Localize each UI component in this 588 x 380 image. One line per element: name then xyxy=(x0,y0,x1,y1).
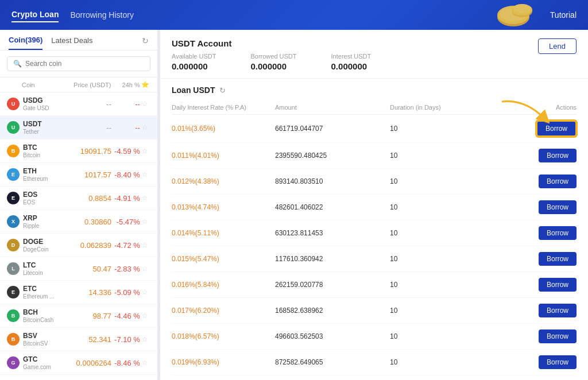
coin-star-icon[interactable]: ☆ xyxy=(140,359,150,367)
coin-list-item[interactable]: X XRP Ripple 0.30860 -5.47% ☆ xyxy=(0,210,157,234)
borrow-button[interactable]: Borrow xyxy=(539,355,577,369)
coin-avatar: B xyxy=(7,309,20,322)
coin-info: USDG Gate USD xyxy=(23,96,70,111)
coin-list-item[interactable]: U USDT Tether -- -- ☆ xyxy=(0,116,157,139)
loan-amount: 482601.406022 xyxy=(275,195,390,220)
loan-amount: 168582.638962 xyxy=(275,298,390,324)
coin-list-item[interactable]: E ETH Ethereum 1017.57 -8.40 % ☆ xyxy=(0,163,157,187)
search-input[interactable] xyxy=(25,60,144,68)
coin-list-header: Coin Price (USDT) 24h % ⭐ xyxy=(0,77,157,92)
borrow-button[interactable]: Borrow xyxy=(539,304,577,317)
loan-actions: Borrow xyxy=(493,115,577,143)
borrow-button[interactable]: Borrow xyxy=(539,226,577,240)
coin-avatar: L xyxy=(7,262,20,275)
main-navigation: Crypto Loan Borrowing History xyxy=(11,7,134,22)
borrow-button[interactable]: Borrow xyxy=(539,200,577,214)
account-section: USDT Account Available USDT 0.000000 Bor… xyxy=(160,30,588,79)
loan-rate: 0.017%(6.20%) xyxy=(172,298,275,324)
coin-price: -- xyxy=(70,100,111,108)
col-header-amount: Amount xyxy=(275,100,390,115)
coin-list-item[interactable]: B BCH BitcoinCash 98.77 -4.46 % ☆ xyxy=(0,304,157,328)
col-header-rate: Daily Interest Rate (% P.A) xyxy=(172,100,275,115)
account-info: USDT Account Available USDT 0.000000 Bor… xyxy=(172,38,371,71)
loan-duration: 10 xyxy=(390,220,493,246)
nav-crypto-loan[interactable]: Crypto Loan xyxy=(11,7,59,22)
coin-list-item[interactable]: B BTC Bitcoin 19091.75 -4.59 % ☆ xyxy=(0,139,157,163)
coin-avatar: B xyxy=(7,145,20,157)
loan-actions: Borrow xyxy=(493,272,577,298)
lend-button[interactable]: Lend xyxy=(538,38,577,54)
coin-star-icon[interactable]: ☆ xyxy=(140,265,150,273)
coin-change: -8.46 % xyxy=(111,359,140,367)
coin-list-item[interactable]: B BSV BitcoinSV 52.341 -7.10 % ☆ xyxy=(0,328,157,351)
borrow-button[interactable]: Borrow xyxy=(539,252,577,266)
loan-rate: 0.016%(5.84%) xyxy=(172,272,275,298)
tab-latest-deals[interactable]: Latest Deals xyxy=(51,36,92,49)
coin-symbol: DOGE xyxy=(23,238,70,246)
refresh-icon[interactable]: ↻ xyxy=(142,36,149,50)
coin-list-item[interactable]: D DOGE DogeCoin 0.062839 -4.72 % ☆ xyxy=(0,234,157,257)
loan-table-row: 0.016%(5.84%) 262159.020778 10 Borrow xyxy=(172,272,577,298)
tab-coin[interactable]: Coin(396) xyxy=(9,36,42,50)
coin-change: -- xyxy=(111,123,140,132)
coin-list-item[interactable]: E EOS EOS 0.8854 -4.91 % ☆ xyxy=(0,187,157,210)
coin-star-icon[interactable]: ☆ xyxy=(140,335,150,343)
coin-list-item[interactable]: L LTC Litecoin 50.47 -2.83 % ☆ xyxy=(0,257,157,281)
borrow-button[interactable]: Borrow xyxy=(536,121,577,137)
stat-label: Available USDT xyxy=(172,53,216,60)
coin-change: -4.91 % xyxy=(111,194,140,203)
loan-table-row: 0.011%(4.01%) 2395590.480425 10 Borrow xyxy=(172,143,577,169)
coin-list: U USDG Gate USD -- -- ☆ U USDT Tether --… xyxy=(0,92,157,380)
loan-duration: 10 xyxy=(390,195,493,220)
coin-star-icon[interactable]: ☆ xyxy=(140,170,150,179)
loan-header: Loan USDT ↻ xyxy=(172,86,577,95)
coin-symbol: ETC xyxy=(23,285,70,293)
loan-amount: 661719.044707 xyxy=(275,115,390,143)
coin-symbol: EOS xyxy=(23,191,70,199)
col-header-actions: Actions xyxy=(493,100,577,115)
loan-section: Loan USDT ↻ Daily Interest Rate xyxy=(160,79,588,375)
loan-table-row: 0.018%(6.57%) 496603.562503 10 Borrow xyxy=(172,324,577,350)
loan-rate: 0.015%(5.47%) xyxy=(172,246,275,272)
coin-change: -4.72 % xyxy=(111,241,140,250)
coin-star-icon[interactable]: ☆ xyxy=(140,100,150,108)
borrow-button[interactable]: Borrow xyxy=(539,329,577,343)
loan-table-row: 0.019%(6.93%) 872582.649065 10 Borrow xyxy=(172,350,577,375)
nav-borrowing-history[interactable]: Borrowing History xyxy=(70,8,133,22)
coin-name: Game.com xyxy=(23,364,70,370)
coin-change: -4.59 % xyxy=(111,147,140,156)
coin-price: -- xyxy=(70,123,111,132)
loan-rate: 0.012%(4.38%) xyxy=(172,169,275,195)
coin-list-item[interactable]: E ETC Ethereum ... 14.336 -5.09 % ☆ xyxy=(0,281,157,304)
coin-star-icon[interactable]: ☆ xyxy=(140,241,150,249)
coin-star-icon[interactable]: ☆ xyxy=(140,218,150,226)
loan-refresh-icon[interactable]: ↻ xyxy=(219,86,226,95)
coin-star-icon[interactable]: ☆ xyxy=(140,123,150,131)
loan-table-row: 0.017%(6.20%) 168582.638962 10 Borrow xyxy=(172,298,577,324)
loan-table-row: 0.01%(3.65%) 661719.044707 10 Borrow xyxy=(172,115,577,143)
coin-change: -5.47% xyxy=(111,218,140,226)
loan-rate: 0.011%(4.01%) xyxy=(172,143,275,169)
coin-star-icon[interactable]: ☆ xyxy=(140,194,150,202)
stat-label: Interest USDT xyxy=(331,53,372,60)
borrow-button[interactable]: Borrow xyxy=(539,149,577,162)
coin-list-item[interactable]: G GTC Game.com 0.0006264 -8.46 % ☆ xyxy=(0,351,157,375)
borrow-button[interactable]: Borrow xyxy=(539,175,577,188)
coin-info: DOGE DogeCoin xyxy=(23,238,70,253)
coin-name: DogeCoin xyxy=(23,246,70,253)
coin-avatar: X xyxy=(7,215,20,228)
coin-symbol: LTC xyxy=(23,261,70,269)
loan-table-row: 0.015%(5.47%) 117610.360942 10 Borrow xyxy=(172,246,577,272)
coin-list-item[interactable]: U USDG Gate USD -- -- ☆ xyxy=(0,92,157,116)
loan-table-row: 0.012%(4.38%) 893140.803510 10 Borrow xyxy=(172,169,577,195)
loan-rate: 0.014%(5.11%) xyxy=(172,220,275,246)
loan-amount: 2395590.480425 xyxy=(275,143,390,169)
account-title: USDT Account xyxy=(172,38,371,48)
coin-info: ETH Ethereum xyxy=(23,167,70,182)
coin-star-icon[interactable]: ☆ xyxy=(140,147,150,155)
coin-price: 1017.57 xyxy=(70,170,111,179)
borrow-button[interactable]: Borrow xyxy=(539,278,577,292)
coin-star-icon[interactable]: ☆ xyxy=(140,288,150,296)
coin-star-icon[interactable]: ☆ xyxy=(140,312,150,320)
tutorial-link[interactable]: Tutorial xyxy=(550,10,577,20)
